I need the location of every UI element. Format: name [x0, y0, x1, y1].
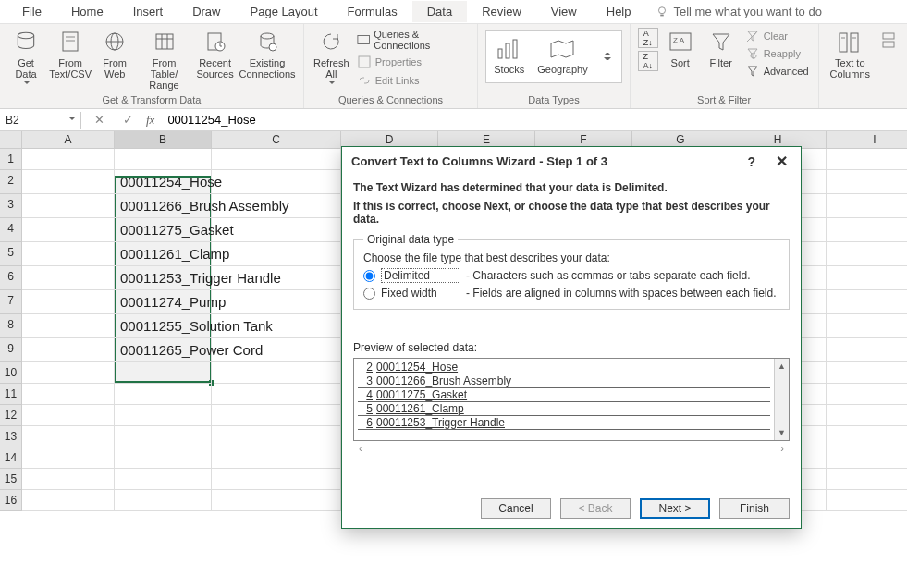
geography-type[interactable]: Geography	[537, 38, 587, 75]
advanced-button[interactable]: Advanced	[743, 63, 811, 80]
cell[interactable]	[22, 362, 115, 384]
cell[interactable]	[115, 447, 212, 469]
cell[interactable]	[22, 447, 115, 469]
name-box[interactable]: B2	[0, 112, 81, 129]
cell[interactable]	[22, 218, 115, 242]
row-header-3[interactable]: 3	[0, 194, 22, 218]
cell[interactable]	[827, 405, 907, 426]
cell[interactable]: 00011255_Solution Tank	[115, 314, 212, 338]
cancel-button[interactable]: Cancel	[481, 498, 551, 519]
tab-file[interactable]: File	[7, 1, 56, 22]
cell[interactable]	[22, 242, 115, 266]
row-header-4[interactable]: 4	[0, 218, 22, 242]
cell[interactable]	[827, 490, 907, 511]
clear-filter-button[interactable]: Clear	[743, 28, 790, 44]
tab-view[interactable]: View	[536, 1, 592, 22]
cell[interactable]	[22, 426, 115, 447]
tab-formulas[interactable]: Formulas	[333, 1, 412, 22]
sort-button[interactable]: Z A Sort	[662, 28, 699, 70]
cell[interactable]	[212, 362, 341, 384]
queries-connections-button[interactable]: Queries & Connections	[355, 28, 470, 52]
gallery-dropdown[interactable]	[601, 50, 614, 63]
cell[interactable]: 00011261_Clamp	[115, 242, 212, 266]
cell[interactable]	[827, 314, 907, 338]
row-header-16[interactable]: 16	[0, 490, 22, 511]
cell[interactable]	[212, 426, 341, 447]
cell[interactable]	[827, 426, 907, 447]
tab-insert[interactable]: Insert	[118, 1, 178, 22]
row-header-7[interactable]: 7	[0, 290, 22, 314]
cell[interactable]	[22, 314, 115, 338]
cell[interactable]: 00011266_Brush Assembly	[115, 194, 212, 218]
fx-icon[interactable]: fx	[146, 113, 154, 128]
col-header-C[interactable]: C	[212, 131, 341, 149]
cell[interactable]	[827, 447, 907, 469]
stocks-type[interactable]: Stocks	[494, 38, 524, 75]
cell[interactable]	[115, 149, 212, 170]
cell[interactable]	[827, 384, 907, 405]
tell-me-search[interactable]: Tell me what you want to do	[656, 5, 822, 18]
cell[interactable]	[212, 405, 341, 426]
row-header-6[interactable]: 6	[0, 266, 22, 290]
cell[interactable]: 00011254_Hose	[115, 170, 212, 194]
row-header-11[interactable]: 11	[0, 384, 22, 405]
cell[interactable]: 00011274_Pump	[115, 290, 212, 314]
cell[interactable]	[115, 426, 212, 447]
preview-hscroll[interactable]: ‹ ›	[353, 441, 790, 456]
finish-button[interactable]: Finish	[719, 498, 790, 519]
reapply-button[interactable]: Reapply	[743, 45, 803, 62]
filter-button[interactable]: Filter	[703, 28, 740, 70]
cell[interactable]: 00011253_Trigger Handle	[115, 266, 212, 290]
row-header-15[interactable]: 15	[0, 469, 22, 490]
cell[interactable]	[22, 266, 115, 290]
row-header-10[interactable]: 10	[0, 362, 22, 384]
tab-page-layout[interactable]: Page Layout	[236, 1, 333, 22]
cell[interactable]	[22, 290, 115, 314]
cell[interactable]: 00011265_Power Cord	[115, 338, 212, 362]
confirm-edit-icon[interactable]: ✓	[117, 111, 139, 129]
scroll-up-icon[interactable]: ▲	[775, 359, 789, 374]
existing-connections-button[interactable]: ExistingConnections	[239, 28, 296, 81]
cell[interactable]	[22, 338, 115, 362]
row-header-2[interactable]: 2	[0, 170, 22, 194]
row-header-8[interactable]: 8	[0, 314, 22, 338]
scroll-down-icon[interactable]: ▼	[775, 425, 789, 440]
from-table-button[interactable]: From Table/Range	[137, 28, 191, 92]
tab-draw[interactable]: Draw	[178, 1, 235, 22]
fixed-width-label[interactable]: Fixed width	[381, 287, 460, 300]
cell[interactable]	[827, 290, 907, 314]
cell[interactable]	[115, 469, 212, 490]
cell[interactable]	[212, 469, 341, 490]
cell[interactable]	[115, 405, 212, 426]
fixed-width-radio[interactable]	[363, 288, 375, 300]
cell[interactable]	[827, 266, 907, 290]
tab-data[interactable]: Data	[412, 1, 467, 22]
cell[interactable]	[22, 405, 115, 426]
close-icon[interactable]: ✕	[772, 153, 791, 170]
cell[interactable]	[212, 170, 341, 194]
cell[interactable]	[115, 384, 212, 405]
cell[interactable]	[22, 170, 115, 194]
delimited-radio[interactable]	[363, 270, 375, 282]
cell[interactable]	[212, 384, 341, 405]
row-header-12[interactable]: 12	[0, 405, 22, 426]
sort-asc-button[interactable]: AZ↓	[638, 28, 658, 48]
refresh-all-button[interactable]: RefreshAll	[312, 28, 351, 89]
tab-help[interactable]: Help	[592, 1, 646, 22]
col-header-I[interactable]: I	[827, 131, 907, 149]
help-icon[interactable]: ?	[747, 154, 755, 169]
row-header-5[interactable]: 5	[0, 242, 22, 266]
cell[interactable]	[115, 362, 212, 384]
from-web-button[interactable]: FromWeb	[96, 28, 133, 81]
next-button[interactable]: Next >	[640, 498, 710, 519]
edit-links-button[interactable]: Edit Links	[355, 72, 422, 89]
row-header-14[interactable]: 14	[0, 447, 22, 469]
text-to-columns-button[interactable]: Text toColumns	[827, 28, 874, 81]
cell[interactable]: 00011275_Gasket	[115, 218, 212, 242]
row-header-1[interactable]: 1	[0, 149, 22, 170]
properties-button[interactable]: Properties	[355, 54, 423, 70]
cell[interactable]	[22, 469, 115, 490]
row-header-13[interactable]: 13	[0, 426, 22, 447]
get-data-button[interactable]: GetData	[7, 28, 44, 89]
tab-review[interactable]: Review	[467, 1, 536, 22]
